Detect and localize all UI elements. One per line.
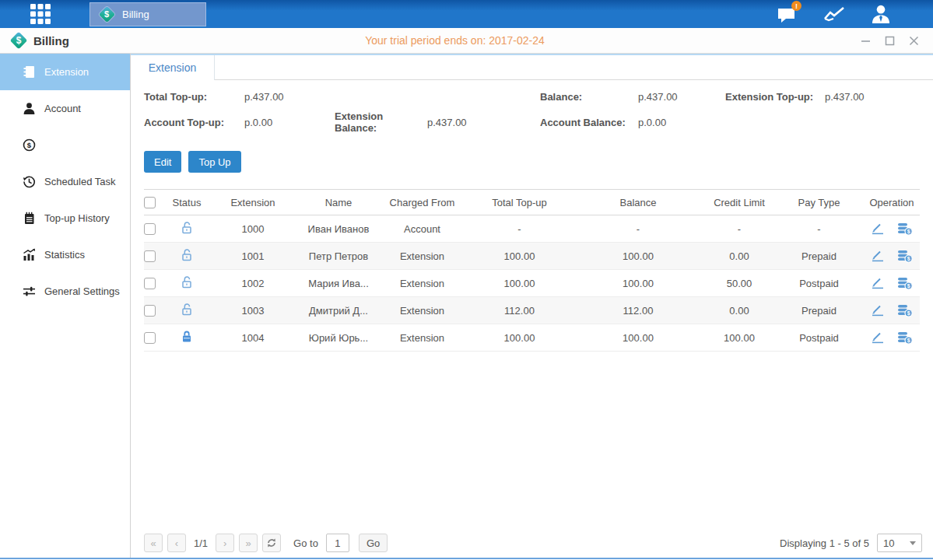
total-topup-label: Total Top-up:	[144, 91, 244, 103]
edit-row-icon[interactable]	[871, 222, 885, 235]
top-navbar: $ Billing !	[0, 0, 933, 28]
billing-diamond-icon: $	[98, 5, 115, 23]
sidebar-item-rate[interactable]: $ Rate	[0, 127, 130, 163]
minimize-icon	[861, 36, 871, 46]
cell-extension: 1002	[206, 270, 300, 297]
cell-charged-from: Extension	[377, 243, 467, 270]
cell-total-topup: -	[467, 215, 572, 243]
edit-button[interactable]: Edit	[144, 151, 181, 173]
lock-open-icon	[181, 221, 193, 234]
col-status: Status	[167, 190, 206, 215]
page-size-value: 10	[883, 537, 894, 549]
cell-name: Петр Петров	[300, 243, 377, 270]
extension-balance-label: Extension Balance:	[335, 110, 427, 134]
topup-button[interactable]: Top Up	[188, 151, 240, 173]
app-launcher-button[interactable]	[26, 0, 54, 28]
cell-pay-type: Prepaid	[774, 243, 864, 270]
cell-extension: 1001	[206, 243, 300, 270]
sidebar-item-scheduled-task[interactable]: Scheduled Task	[0, 163, 130, 200]
balance-summary: Total Top-up: p.437.00 Balance: p.437.00…	[144, 91, 933, 134]
topup-row-icon[interactable]: $	[897, 250, 913, 263]
edit-row-icon[interactable]	[871, 277, 885, 289]
cell-total-topup: 100.00	[467, 270, 572, 297]
row-checkbox[interactable]	[144, 332, 156, 344]
navbar-tab-billing[interactable]: $ Billing	[89, 2, 206, 26]
select-all-checkbox[interactable]	[144, 197, 156, 208]
row-checkbox[interactable]	[144, 223, 156, 235]
cell-balance: 100.00	[572, 270, 704, 297]
table-row: 1004 Юрий Юрь... Extension 100.00 100.00…	[144, 324, 920, 352]
cell-total-topup: 100.00	[467, 243, 572, 270]
refresh-icon	[266, 537, 277, 548]
user-account-icon[interactable]	[869, 2, 893, 26]
first-page-button[interactable]: «	[144, 534, 163, 552]
col-name: Name	[300, 190, 377, 215]
minimize-button[interactable]	[861, 36, 871, 46]
sidebar-item-topup-history[interactable]: Top-up History	[0, 200, 130, 236]
grid-icon	[30, 4, 51, 24]
sidebar-item-label: Top-up History	[44, 212, 110, 224]
row-checkbox[interactable]	[144, 250, 156, 262]
trial-notice: Your trial period ends on: 2017-02-24	[0, 34, 910, 47]
cell-credit-limit: 0.00	[704, 243, 774, 270]
maximize-icon	[885, 36, 895, 46]
cell-pay-type: Postpaid	[774, 270, 864, 297]
navbar-right-icons: !	[776, 2, 933, 26]
lock-open-icon	[181, 303, 193, 316]
account-topup-label: Account Top-up:	[144, 117, 244, 128]
sidebar-item-extension[interactable]: Extension	[0, 54, 130, 90]
edit-row-icon[interactable]	[871, 331, 885, 344]
maximize-button[interactable]	[885, 36, 895, 46]
sidebar-item-statistics[interactable]: Statistics	[0, 236, 130, 273]
topup-row-icon[interactable]: $	[897, 277, 913, 290]
cell-credit-limit: 50.00	[704, 270, 774, 297]
page-indicator: 1/1	[194, 537, 208, 549]
extension-topup-value: p.437.00	[825, 91, 933, 103]
row-checkbox[interactable]	[144, 278, 156, 289]
cell-total-topup: 100.00	[467, 324, 572, 352]
edit-row-icon[interactable]	[871, 250, 885, 262]
lock-open-icon	[181, 275, 193, 289]
cell-balance: 100.00	[572, 324, 704, 352]
notification-badge: !	[791, 1, 801, 11]
edit-row-icon[interactable]	[871, 304, 885, 317]
cell-credit-limit: 0.00	[704, 297, 774, 324]
close-icon	[909, 36, 919, 46]
last-page-button[interactable]: »	[239, 534, 258, 552]
topup-row-icon[interactable]: $	[897, 304, 913, 317]
prev-page-button[interactable]: ‹	[167, 534, 186, 552]
messages-icon[interactable]: !	[776, 2, 799, 26]
sidebar-item-general-settings[interactable]: General Settings	[0, 273, 130, 310]
statistics-chart-icon[interactable]	[823, 2, 846, 26]
goto-page-input[interactable]	[326, 534, 349, 552]
sidebar-item-label: Account	[44, 103, 81, 114]
col-balance: Balance	[572, 190, 704, 215]
cell-name: Дмитрий Д...	[300, 297, 377, 324]
account-topup-value: p.0.00	[244, 117, 335, 128]
col-total-topup: Total Top-up	[467, 190, 572, 215]
window-title: Billing	[33, 34, 69, 47]
row-checkbox[interactable]	[144, 305, 156, 317]
sidebar-item-label: Extension	[44, 66, 89, 78]
topup-row-icon[interactable]: $	[897, 222, 913, 236]
page-size-select[interactable]: 10	[877, 534, 922, 552]
col-extension: Extension	[206, 190, 300, 215]
next-page-button[interactable]: ›	[216, 534, 234, 552]
svg-text:$: $	[907, 338, 910, 344]
person-icon	[22, 102, 36, 115]
close-button[interactable]	[909, 36, 919, 46]
go-button[interactable]: Go	[359, 534, 388, 552]
tab-extension[interactable]: Extension	[131, 55, 215, 80]
table-row: 1000 Иван Иванов Account - - - - $	[144, 215, 920, 243]
topup-row-icon[interactable]: $	[897, 331, 913, 345]
account-balance-label: Account Balance:	[540, 117, 638, 128]
cell-extension: 1003	[206, 297, 300, 324]
refresh-button[interactable]	[262, 534, 281, 552]
line-chart-icon	[823, 5, 845, 23]
table-row: 1001 Петр Петров Extension 100.00 100.00…	[144, 243, 920, 270]
sidebar-item-account[interactable]: Account	[0, 90, 130, 127]
ledger-icon	[22, 65, 36, 79]
displaying-count: Displaying 1 - 5 of 5	[780, 537, 869, 549]
tab-strip: Extension	[131, 54, 933, 80]
cell-balance: 112.00	[572, 297, 704, 324]
